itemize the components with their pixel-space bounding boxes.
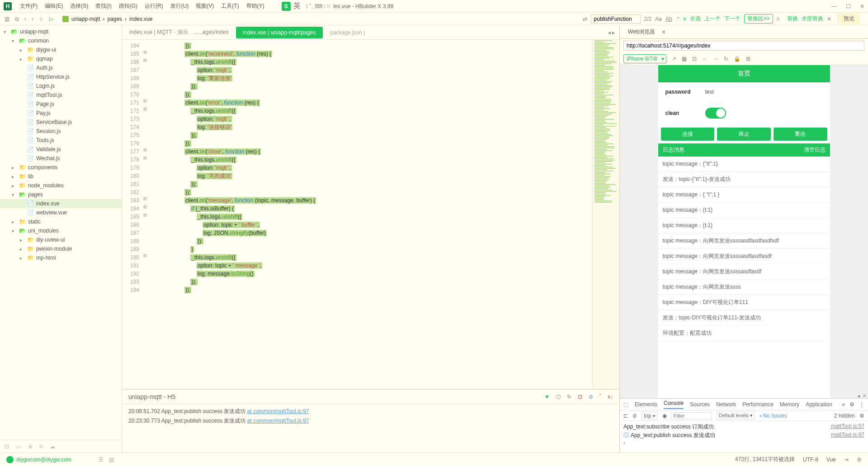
maximize-icon[interactable]: ☐ (846, 3, 851, 10)
menu-运行(R)[interactable]: 运行(R) (141, 2, 167, 10)
status-email[interactable]: diygwcom@diygw.com (16, 456, 71, 463)
find-prev-button[interactable]: 上一个 (704, 15, 721, 23)
tree-item-common[interactable]: ▾📂common (0, 36, 122, 45)
log-list[interactable]: topic message：{"tt":1}发送：topic-{"tt":1}-… (658, 157, 830, 398)
devtools-tab-Memory[interactable]: Memory (780, 401, 799, 408)
menu-帮助(Y)[interactable]: 帮助(Y) (243, 2, 268, 10)
status-encoding[interactable]: UTF-8 (803, 456, 818, 463)
console-stop-icon[interactable]: ⬡ (556, 394, 561, 400)
copy-icon[interactable]: ⧉ (15, 16, 19, 22)
tree-item-uniapp-mqtt[interactable]: ▾📂uniapp-mqtt (0, 27, 122, 36)
console-close-icon[interactable]: x↓ (608, 394, 613, 400)
console-clear-icon[interactable]: ⊘ (589, 394, 593, 400)
browser-tab-close-icon[interactable]: ✕ (661, 29, 666, 35)
tab-arrows-icon[interactable]: ◂ ▸ (604, 29, 619, 36)
find-replace-toggle[interactable]: 替换区>> (744, 14, 773, 24)
editor-tab[interactable]: index.vue | uniapp-mqtt/pages (236, 27, 323, 38)
devtools-menu-icon[interactable]: ⋮ (859, 401, 864, 408)
replace-all-button[interactable]: 全部替换 (802, 15, 823, 23)
status-user-icon[interactable] (6, 456, 14, 463)
tree-item-mqttTool.js[interactable]: 📄mqttTool.js (0, 90, 122, 100)
tree-item-diy-uview-ui[interactable]: ▸📁diy-uview-ui (0, 235, 122, 244)
tree-item-Auth.js[interactable]: 📄Auth.js (0, 63, 122, 72)
console-record-icon[interactable]: ⊡ (578, 394, 582, 400)
phone-btn-连接[interactable]: 连接 (661, 128, 715, 141)
tree-item-qqmap[interactable]: ▸📁qqmap (0, 54, 122, 63)
find-word-icon[interactable]: Ab (665, 16, 672, 22)
tree-item-Tools.js[interactable]: 📄Tools.js (0, 136, 122, 145)
tree-item-components[interactable]: ▸📁components (0, 163, 122, 172)
browser-tab[interactable]: Web浏览器 (624, 26, 659, 38)
menu-工具(T)[interactable]: 工具(T) (217, 2, 242, 10)
browser-reload-icon[interactable]: ↻ (724, 56, 728, 62)
status-language[interactable]: Vue (826, 456, 836, 463)
find-regex-icon[interactable]: .* (676, 16, 679, 22)
tree-item-Wechat.js[interactable]: 📄Wechat.js (0, 154, 122, 163)
browser-lock-icon[interactable]: 🔒 (734, 56, 741, 62)
status-settings-icon[interactable]: ⚙ (857, 456, 862, 463)
devtools-tab-Application[interactable]: Application (806, 401, 832, 408)
tree-item-diygw-ui[interactable]: ▸📁diygw-ui (0, 45, 122, 54)
menu-发行(U)[interactable]: 发行(U) (167, 2, 193, 10)
star-icon[interactable]: ☆ (39, 16, 44, 22)
console-restart-icon[interactable]: ↻ (567, 394, 571, 400)
browser-grid-icon[interactable]: ⊞ (746, 56, 750, 62)
editor-tab[interactable]: index.vue | MQTT - 演示、......ages/index (122, 26, 236, 39)
replace-button[interactable]: 替换 (787, 15, 798, 23)
tree-item-Pay.js[interactable]: 📄Pay.js (0, 109, 122, 118)
devtools-tab-Network[interactable]: Network (716, 401, 736, 408)
status-indent-icon[interactable]: ⇥ (844, 456, 849, 463)
minimize-icon[interactable]: — (831, 3, 837, 10)
find-replace-empty-icon[interactable]: /› (777, 16, 780, 22)
console-filter-icon[interactable]: ▼ (544, 394, 550, 400)
tree-item-lib[interactable]: ▸📁lib (0, 172, 122, 181)
browser-screenshot-icon[interactable]: ⊡ (692, 56, 697, 62)
tree-item-HttpService.js[interactable]: 📄HttpService.js (0, 72, 122, 81)
tree-item-index.vue[interactable]: 📄index.vue (0, 199, 122, 208)
tree-item-Page.js[interactable]: 📄Page.js (0, 100, 122, 109)
devtools-inspect-icon[interactable]: ⬚ (623, 401, 628, 408)
devtools-tab-Performance[interactable]: Performance (742, 401, 774, 408)
tree-item-uni_modules[interactable]: ▾📂uni_modules (0, 226, 122, 235)
devtools-hidden-gear-icon[interactable]: ⚙ (859, 413, 864, 419)
status-list-icon[interactable]: ☰ (99, 456, 104, 463)
menu-视图(V)[interactable]: 视图(V) (192, 2, 217, 10)
close-icon[interactable]: ✕ (860, 3, 864, 10)
devtools-settings-icon[interactable]: ⚙ (849, 401, 854, 408)
devtools-levels-select[interactable]: Default levels ▾ (717, 412, 755, 419)
find-close-icon[interactable]: ✕ (827, 16, 831, 22)
menu-查找(I)[interactable]: 查找(I) (92, 2, 115, 10)
devtools-tab-Console[interactable]: Console (664, 400, 684, 409)
editor-tab[interactable]: package.json | (323, 27, 372, 38)
menu-文件(F)[interactable]: 文件(F) (16, 2, 41, 10)
devtools-context-select[interactable]: top ▾ (642, 412, 658, 420)
devtools-clear-icon[interactable]: ⊘ (632, 413, 637, 419)
menu-选择(S)[interactable]: 选择(S) (66, 2, 92, 10)
devtools-toggle-icon[interactable]: ⊏ (623, 413, 628, 419)
code-editor[interactable]: }); client.on('reconnect', function (res… (148, 40, 592, 389)
find-case-icon[interactable]: Aa (655, 16, 662, 22)
breadcrumb-file[interactable]: index.vue (129, 16, 152, 22)
breadcrumb-folder[interactable]: pages (107, 16, 122, 22)
console-collapse-icon[interactable]: ˇ (599, 394, 601, 400)
sidebar-cloud-icon[interactable]: ☁ (50, 443, 55, 450)
back-icon[interactable]: ‹ (24, 16, 26, 22)
forward-icon[interactable]: › (32, 16, 33, 22)
find-highlight-icon[interactable]: ≡ (683, 16, 686, 22)
devtools-eye-icon[interactable]: ◉ (662, 413, 667, 419)
tree-item-node_modules[interactable]: ▸📁node_modules (0, 181, 122, 190)
tree-item-webview.vue[interactable]: 📄webview.vue (0, 208, 122, 217)
tree-item-pages[interactable]: ▾📂pages (0, 190, 122, 199)
tree-item-mp-html[interactable]: ▸📁mp-html (0, 253, 122, 262)
devtools-filter-input[interactable] (671, 412, 712, 419)
sidebar-collapse-icon[interactable]: ⊡ (5, 443, 9, 450)
sidebar-binoculars-icon[interactable]: ⌕⌕ (15, 443, 22, 450)
devtools-issues[interactable]: ▪ No Issues (760, 413, 787, 419)
devtools-handle-icon[interactable]: ▲ ✕ (857, 393, 866, 398)
devtools-tab-Sources[interactable]: Sources (690, 401, 710, 408)
console-body[interactable]: 20:08:51.702 App_text:publish success 发送… (122, 404, 619, 452)
tree-item-jweixin-module[interactable]: ▸📁jweixin-module (0, 244, 122, 253)
find-next-button[interactable]: 下一个 (724, 15, 741, 23)
browser-back-icon[interactable]: ← (702, 56, 708, 62)
browser-forward-icon[interactable]: → (713, 56, 718, 62)
